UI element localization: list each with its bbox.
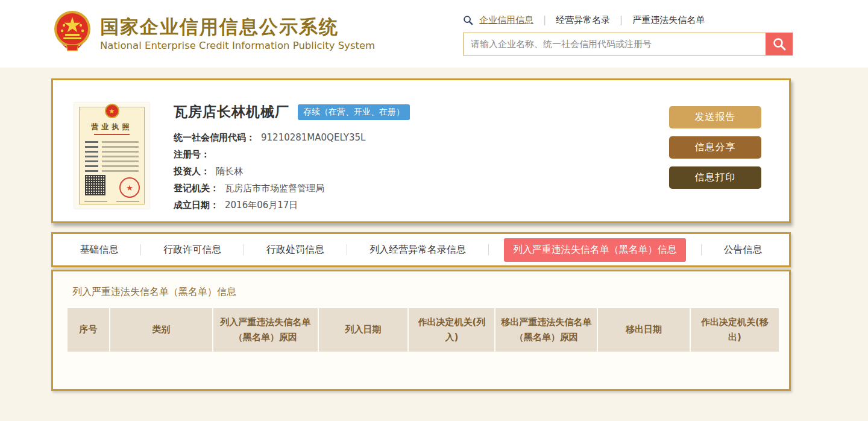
section-title: 列入严重违法失信名单（黑名单）信息 <box>72 286 775 299</box>
license-emblem-icon: ★ <box>105 104 119 118</box>
tab-administrative-penalty[interactable]: 行政处罚信息 <box>259 239 332 261</box>
nav-link-abnormal-list[interactable]: 经营异常名录 <box>556 14 610 26</box>
tab-administrative-license[interactable]: 行政许可信息 <box>156 239 228 261</box>
col-header-removal-date: 移出日期 <box>598 308 690 352</box>
col-header-inclusion-reason: 列入严重违法失信名单（黑名单）原因 <box>213 308 319 352</box>
print-info-button[interactable]: 信息打印 <box>669 166 761 189</box>
license-qr-code <box>85 175 105 195</box>
business-license-certificate: ★ 营业执照 ★ <box>79 107 145 204</box>
info-tab-bar: 基础信息 行政许可信息 行政处罚信息 列入经营异常名录信息 列入严重违法失信名单… <box>51 232 791 267</box>
field-credit-code: 统一社会信用代码： 91210281MA0QELY35L <box>174 129 410 146</box>
nav-link-blacklist[interactable]: 严重违法失信名单 <box>632 14 705 26</box>
tab-basic-info[interactable]: 基础信息 <box>72 239 125 261</box>
field-registration-authority: 登记机关： 瓦房店市市场监督管理局 <box>174 180 410 197</box>
company-name: 瓦房店长林机械厂 <box>174 103 289 121</box>
business-license-image: ★ 营业执照 ★ <box>74 103 149 209</box>
blacklist-table: 序号 类别 列入严重违法失信名单（黑名单）原因 列入日期 作出决定机关(列入) … <box>68 308 779 352</box>
tab-blacklist-active[interactable]: 列入严重违法失信名单（黑名单）信息 <box>504 238 686 262</box>
license-number-line <box>94 134 130 135</box>
tab-separator <box>488 244 489 255</box>
send-report-button[interactable]: 发送报告 <box>669 106 761 128</box>
tab-separator <box>701 244 702 255</box>
table-header-row: 序号 类别 列入严重违法失信名单（黑名单）原因 列入日期 作出决定机关(列入) … <box>68 308 779 352</box>
tab-separator <box>347 244 347 255</box>
search-icon <box>463 15 473 25</box>
tab-separator <box>244 244 244 255</box>
nav-separator: | <box>543 14 546 25</box>
col-header-category: 类别 <box>110 308 213 352</box>
col-header-index: 序号 <box>68 308 110 352</box>
tab-announcements[interactable]: 公告信息 <box>717 239 770 261</box>
table-empty-body <box>68 352 775 377</box>
company-summary-card: ★ 营业执照 ★ 瓦房店长林机械厂 存续（ <box>51 78 791 223</box>
field-investor: 投资人： 隋长林 <box>174 163 410 180</box>
license-footer-lines <box>84 201 139 202</box>
share-info-button[interactable]: 信息分享 <box>669 136 761 159</box>
tab-separator <box>140 244 141 255</box>
field-registration-number: 注册号： <box>174 146 410 163</box>
search-bar <box>463 33 796 55</box>
search-button-icon <box>772 37 787 51</box>
col-header-removal-reason: 移出严重违法失信名单（黑名单）原因 <box>495 308 598 352</box>
header-search-area: 企业信用信息 | 经营异常名录 | 严重违法失信名单 <box>463 13 796 55</box>
nav-separator: | <box>620 14 623 25</box>
tab-abnormal-operations[interactable]: 列入经营异常名录信息 <box>362 239 473 261</box>
company-fields: 统一社会信用代码： 91210281MA0QELY35L 注册号： 投资人： 隋… <box>174 129 410 214</box>
search-input[interactable] <box>463 33 766 55</box>
field-establishment-date: 成立日期： 2016年06月17日 <box>174 197 410 214</box>
col-header-inclusion-date: 列入日期 <box>319 308 409 352</box>
brand-area: 国家企业信用信息公示系统 National Enterprise Credit … <box>53 10 375 57</box>
page-header: 国家企业信用信息公示系统 National Enterprise Credit … <box>0 0 868 68</box>
license-title: 营业执照 <box>80 122 144 132</box>
site-title: 国家企业信用信息公示系统 <box>100 15 375 39</box>
col-header-inclusion-authority: 作出决定机关(列入) <box>409 308 495 352</box>
status-badge: 存续（在营、开业、在册） <box>298 104 410 120</box>
national-emblem-logo <box>53 10 92 57</box>
search-button[interactable] <box>766 33 793 55</box>
company-action-buttons: 发送报告 信息分享 信息打印 <box>669 106 761 197</box>
license-text-rows <box>85 141 139 175</box>
license-red-seal: ★ <box>119 177 140 198</box>
company-info: 瓦房店长林机械厂 存续（在营、开业、在册） 统一社会信用代码： 91210281… <box>174 103 410 221</box>
site-subtitle: National Enterprise Credit Information P… <box>100 40 375 51</box>
blacklist-section: 列入严重违法失信名单（黑名单）信息 序号 类别 列入严重违法失信名单（黑名单）原… <box>51 270 791 391</box>
search-type-nav: 企业信用信息 | 经营异常名录 | 严重违法失信名单 <box>463 13 796 27</box>
brand-titles: 国家企业信用信息公示系统 National Enterprise Credit … <box>100 15 375 51</box>
col-header-removal-authority: 作出决定机关(移出) <box>691 308 779 352</box>
nav-link-credit-info[interactable]: 企业信用信息 <box>479 14 533 26</box>
